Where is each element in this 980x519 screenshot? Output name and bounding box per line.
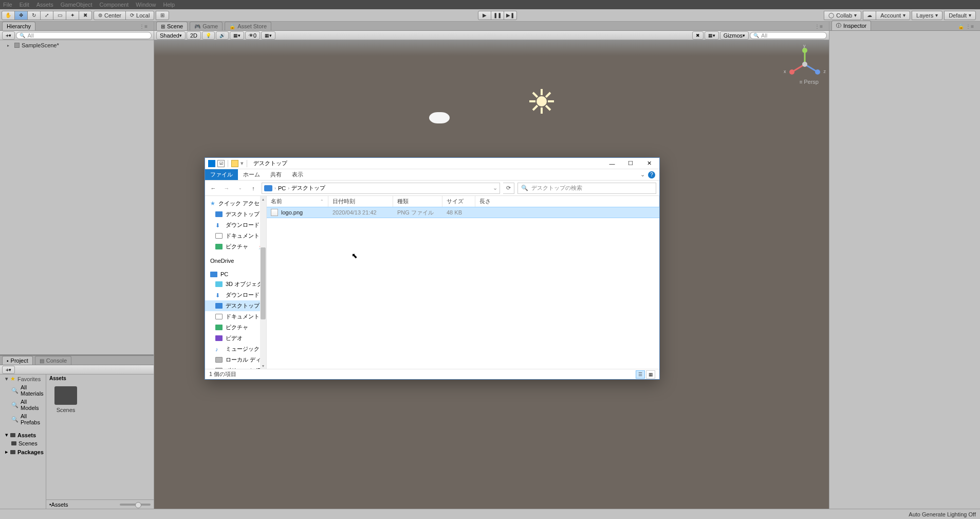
snap-toggle[interactable]: ⊞ [156, 11, 169, 20]
console-tab[interactable]: ▤ Console [35, 356, 71, 365]
scene-tab[interactable]: ⊞ Scene [156, 22, 188, 30]
col-date[interactable]: 日付時刻 [328, 196, 393, 207]
nav-back[interactable]: ← [208, 183, 218, 193]
hierarchy-create[interactable]: +▾ [2, 31, 15, 40]
ribbon-share[interactable]: 共有 [265, 169, 287, 180]
minimize-button[interactable]: — [603, 158, 621, 169]
fav-prefabs[interactable]: 🔍All Prefabs [0, 412, 46, 426]
gizmos-dropdown[interactable]: Gizmos ▾ [720, 31, 749, 40]
hidden-count[interactable]: 👁 0 [245, 31, 260, 40]
nav-tree[interactable]: ▴ ▾ ★クイック アクセス デスクトップ📌 ⬇ダウンロード📌 ドキュメント📌 … [205, 196, 267, 369]
hierarchy-search[interactable]: 🔍 All [16, 32, 152, 39]
favorites-header[interactable]: ▾★Favorites [0, 374, 46, 383]
address-bar[interactable]: › PC › デスクトップ ⌄ [262, 183, 500, 194]
audio-toggle[interactable]: 🔊 [216, 31, 229, 40]
orientation-gizmo[interactable]: x y z [787, 46, 823, 82]
nav-recent[interactable]: ⌄ [235, 183, 245, 193]
project-tab[interactable]: ▪ Project [2, 356, 33, 365]
scroll-down-icon[interactable]: ▾ [260, 363, 266, 369]
menu-file[interactable]: File [3, 2, 12, 8]
pivot-center[interactable]: ⊚ Center [94, 11, 126, 20]
rect-tool[interactable]: ▭ [53, 11, 66, 20]
project-breadcrumb[interactable]: Assets [51, 502, 68, 508]
project-content[interactable]: Scenes [46, 382, 154, 499]
custom-tool[interactable]: ✖ [79, 11, 92, 20]
icon-size-slider[interactable] [120, 504, 151, 506]
projection-label[interactable]: ≡ Persp [800, 79, 819, 85]
ribbon-expand-icon[interactable]: ⌄ [640, 171, 645, 178]
tree-volume[interactable]: ボリューム (D:) [205, 365, 266, 369]
menu-assets[interactable]: Assets [36, 2, 53, 8]
tree-quick-access[interactable]: ★クイック アクセス [205, 198, 266, 209]
titlebar[interactable]: ☑ ▾ デスクトップ — ☐ ✕ [205, 158, 659, 169]
fav-models[interactable]: 🔍All Models [0, 398, 46, 412]
assets-folder[interactable]: ▾Assets [0, 431, 46, 439]
nav-up[interactable]: ↑ [248, 183, 258, 193]
tree-documents[interactable]: ドキュメント [205, 311, 266, 322]
tree-3dobjects[interactable]: 3D オブジェクト [205, 279, 266, 290]
address-dropdown-icon[interactable]: ⌄ [493, 185, 497, 191]
crumb-desktop[interactable]: デスクトップ [291, 184, 325, 192]
inspector-tab[interactable]: ⓘ Inspector [831, 21, 871, 30]
file-row-logo[interactable]: logo.png 2020/04/13 21:42 PNG ファイル 48 KB [267, 207, 659, 218]
panel-menu-icon[interactable]: ⋮≡ [135, 23, 152, 30]
scroll-thumb[interactable] [261, 247, 266, 319]
menu-help[interactable]: Help [163, 2, 175, 8]
camera-gizmo[interactable] [429, 112, 450, 123]
tree-documents-q[interactable]: ドキュメント📌 [205, 230, 266, 241]
tree-onedrive[interactable]: ☁OneDrive [205, 256, 266, 265]
asset-store-tab[interactable]: 🔒 Asset Store [225, 22, 271, 30]
menubar[interactable]: File Edit Assets GameObject Component Wi… [0, 0, 980, 9]
scale-tool[interactable]: ⤢ [40, 11, 53, 20]
help-icon[interactable]: ? [648, 171, 655, 178]
column-headers[interactable]: 名前⌃ 日付時刻 種類 サイズ 長さ [267, 196, 659, 207]
tree-music[interactable]: ♪ミュージック [205, 344, 266, 354]
ribbon-home[interactable]: ホーム [238, 169, 265, 180]
unified-tool[interactable]: ✦ [66, 11, 79, 20]
account-dropdown[interactable]: Account ▾ [876, 11, 910, 20]
step-button[interactable]: ▶❚ [504, 11, 517, 20]
folder-scenes[interactable]: Scenes [50, 386, 81, 413]
menu-component[interactable]: Component [99, 2, 128, 8]
file-rows[interactable]: logo.png 2020/04/13 21:42 PNG ファイル 48 KB [267, 207, 659, 369]
crumb-pc[interactable]: PC [278, 185, 286, 191]
panel-menu-icon[interactable]: 🔒 ⋮≡ [954, 23, 978, 30]
game-tab[interactable]: 🎮 Game [190, 22, 223, 30]
camera-toggle[interactable]: ✖ [692, 31, 704, 40]
menu-window[interactable]: Window [136, 2, 156, 8]
pivot-local[interactable]: ⟳ Local [125, 11, 154, 20]
tree-videos[interactable]: ビデオ [205, 333, 266, 344]
close-button[interactable]: ✕ [640, 158, 658, 169]
move-tool[interactable]: ✥ [14, 11, 28, 20]
rotate-tool[interactable]: ↻ [27, 11, 41, 20]
qat-properties-icon[interactable]: ☑ [217, 160, 225, 167]
layout-dropdown[interactable]: Default ▾ [944, 11, 976, 20]
project-create[interactable]: +▾ [2, 366, 15, 374]
fx-toggle[interactable]: ▦▾ [230, 31, 244, 40]
scroll-up-icon[interactable]: ▴ [260, 196, 266, 202]
view-large-icon[interactable]: ▦ [646, 370, 655, 379]
col-type[interactable]: 種類 [393, 196, 442, 207]
panel-menu-icon[interactable]: ⋮≡ [810, 23, 827, 30]
2d-toggle[interactable]: 2D [187, 31, 201, 40]
directional-light-gizmo[interactable] [529, 89, 554, 114]
packages-folder[interactable]: ▸Packages [0, 448, 46, 456]
col-length[interactable]: 長さ [475, 196, 659, 207]
collab-dropdown[interactable]: ◯ Collab ▾ [824, 11, 861, 20]
tree-downloads-q[interactable]: ⬇ダウンロード📌 [205, 220, 266, 230]
view-details-icon[interactable]: ☰ [636, 370, 645, 379]
refresh-button[interactable]: ⟳ [503, 183, 514, 194]
tree-pc[interactable]: PC [205, 270, 266, 279]
scenes-folder[interactable]: Scenes [0, 439, 46, 448]
hierarchy-tab[interactable]: Hierarchy [2, 22, 35, 30]
project-tree[interactable]: ▾★Favorites 🔍All Materials 🔍All Models 🔍… [0, 374, 46, 509]
play-button[interactable]: ▶ [478, 11, 491, 20]
nav-forward[interactable]: → [221, 183, 232, 193]
tree-desktop-q[interactable]: デスクトップ📌 [205, 209, 266, 220]
layers-dropdown[interactable]: Layers ▾ [912, 11, 942, 20]
explorer-search[interactable]: 🔍 デスクトップの検索 [517, 183, 656, 194]
tree-downloads[interactable]: ⬇ダウンロード [205, 290, 266, 300]
scene-root[interactable]: SampleScene* [0, 41, 154, 49]
tree-pictures[interactable]: ピクチャ [205, 322, 266, 333]
col-name[interactable]: 名前⌃ [267, 196, 328, 207]
